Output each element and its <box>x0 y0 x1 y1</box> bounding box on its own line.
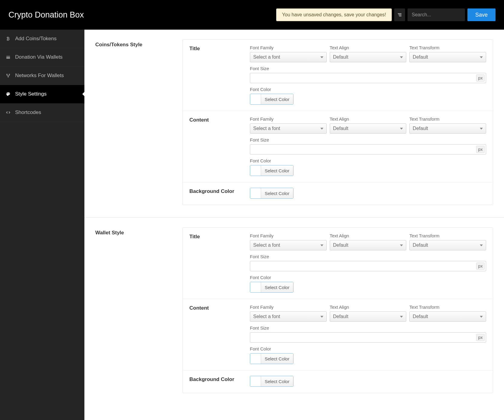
font-family-select[interactable]: Select a font <box>250 240 327 250</box>
save-button[interactable]: Save <box>467 8 496 21</box>
field-label: Text Transform <box>409 233 486 238</box>
color-swatch <box>250 165 261 176</box>
sidebar-item-donation-via-wallets[interactable]: Donation Via Wallets <box>0 48 84 67</box>
settings-row: ContentFont FamilySelect a fontText Alig… <box>183 111 493 182</box>
bitcoin-icon <box>5 36 11 41</box>
text-align-select[interactable]: Default <box>330 52 407 62</box>
text-transform-select[interactable]: Default <box>409 311 486 322</box>
unsaved-banner: You have unsaved changes, save your chan… <box>276 8 392 21</box>
field-label: Font Size <box>250 254 486 259</box>
network-icon <box>5 73 11 78</box>
svg-rect-3 <box>6 56 10 59</box>
color-button-label: Select Color <box>261 94 293 104</box>
field-label: Text Align <box>330 116 407 122</box>
field-label: Font Size <box>250 137 486 142</box>
sidebar-item-label: Shortcodes <box>15 109 41 116</box>
select-color-button[interactable]: Select Color <box>250 376 293 387</box>
font-family-select[interactable]: Select a font <box>250 311 327 322</box>
color-swatch <box>250 353 261 364</box>
font-size-input-wrap: px <box>250 332 486 343</box>
field-label: Text Transform <box>409 304 486 310</box>
color-swatch <box>250 188 261 198</box>
svg-point-5 <box>6 74 8 75</box>
color-swatch <box>250 282 261 292</box>
field-label: Text Align <box>330 304 407 310</box>
wallet-icon <box>5 55 11 60</box>
text-transform-select[interactable]: Default <box>409 123 486 134</box>
search-input[interactable] <box>407 8 465 21</box>
svg-rect-4 <box>6 57 10 57</box>
color-button-label: Select Color <box>261 282 293 292</box>
row-label: Title <box>189 233 250 293</box>
px-suffix: px <box>476 146 485 153</box>
text-align-select[interactable]: Default <box>330 240 407 250</box>
field-label: Font Color <box>250 158 486 163</box>
text-align-select[interactable]: Default <box>330 311 407 322</box>
row-label: Content <box>189 116 250 177</box>
field-label: Font Family <box>250 116 327 122</box>
settings-row: TitleFont FamilySelect a fontText AlignD… <box>183 40 493 111</box>
settings-row: ContentFont FamilySelect a fontText Alig… <box>183 299 493 370</box>
field-label: Font Family <box>250 304 327 310</box>
palette-icon <box>5 92 11 96</box>
settings-row: Background ColorSelect Color <box>183 370 493 393</box>
field-label: Text Transform <box>409 45 486 50</box>
field-label: Font Size <box>250 66 486 71</box>
px-suffix: px <box>476 334 485 341</box>
section-title: Coins/Tokens Style <box>95 39 182 205</box>
text-transform-select[interactable]: Default <box>409 240 486 250</box>
sidebar-item-add-coins-tokens[interactable]: Add Coins/Tokens <box>0 30 84 48</box>
select-color-button[interactable]: Select Color <box>250 94 293 105</box>
font-size-input-wrap: px <box>250 144 486 155</box>
field-label: Text Align <box>330 45 407 50</box>
code-icon <box>5 110 11 115</box>
font-size-input[interactable] <box>250 261 475 271</box>
field-label: Font Family <box>250 45 327 50</box>
font-family-select[interactable]: Select a font <box>250 52 327 62</box>
color-button-label: Select Color <box>261 165 293 176</box>
svg-rect-1 <box>398 15 401 15</box>
field-label: Font Color <box>250 346 486 351</box>
sidebar-item-style-settings[interactable]: Style Settings <box>0 85 84 103</box>
field-label: Font Color <box>250 87 486 92</box>
topbar-actions: You have unsaved changes, save your chan… <box>276 8 496 21</box>
svg-point-6 <box>9 74 10 75</box>
field-label: Font Color <box>250 275 486 280</box>
svg-rect-2 <box>399 16 401 16</box>
svg-rect-0 <box>398 13 401 14</box>
row-label: Background Color <box>189 188 250 199</box>
select-color-button[interactable]: Select Color <box>250 282 293 293</box>
row-label: Background Color <box>189 376 250 387</box>
color-button-label: Select Color <box>261 376 293 386</box>
select-color-button[interactable]: Select Color <box>250 353 293 364</box>
px-suffix: px <box>476 74 485 82</box>
sidebar-item-shortcodes[interactable]: Shortcodes <box>0 103 84 122</box>
sidebar-item-label: Style Settings <box>15 91 47 97</box>
field-label: Font Family <box>250 233 327 238</box>
font-family-select[interactable]: Select a font <box>250 123 327 134</box>
page-title: Crypto Donation Box <box>8 10 84 20</box>
sidebar-item-label: Networks For Wallets <box>15 73 64 79</box>
font-size-input-wrap: px <box>250 261 486 271</box>
adjust-icon[interactable] <box>394 8 405 21</box>
field-label: Text Transform <box>409 116 486 122</box>
font-size-input-wrap: px <box>250 73 486 83</box>
field-label: Text Align <box>330 233 407 238</box>
text-align-select[interactable]: Default <box>330 123 407 134</box>
sidebar-item-networks-for-wallets[interactable]: Networks For Wallets <box>0 67 84 85</box>
font-size-input[interactable] <box>250 145 475 154</box>
svg-point-7 <box>8 76 9 77</box>
text-transform-select[interactable]: Default <box>409 52 486 62</box>
font-size-input[interactable] <box>250 333 475 342</box>
color-button-label: Select Color <box>261 188 293 198</box>
settings-row: TitleFont FamilySelect a fontText AlignD… <box>183 228 493 299</box>
select-color-button[interactable]: Select Color <box>250 188 293 199</box>
section-body: TitleFont FamilySelect a fontText AlignD… <box>182 227 493 393</box>
select-color-button[interactable]: Select Color <box>250 165 293 176</box>
font-size-input[interactable] <box>250 73 475 83</box>
section-wallet-style: Wallet StyleTitleFont FamilySelect a fon… <box>84 218 504 405</box>
color-button-label: Select Color <box>261 353 293 364</box>
topbar: Crypto Donation Box You have unsaved cha… <box>0 0 504 30</box>
sidebar-item-label: Donation Via Wallets <box>15 54 63 60</box>
field-label: Font Size <box>250 325 486 330</box>
